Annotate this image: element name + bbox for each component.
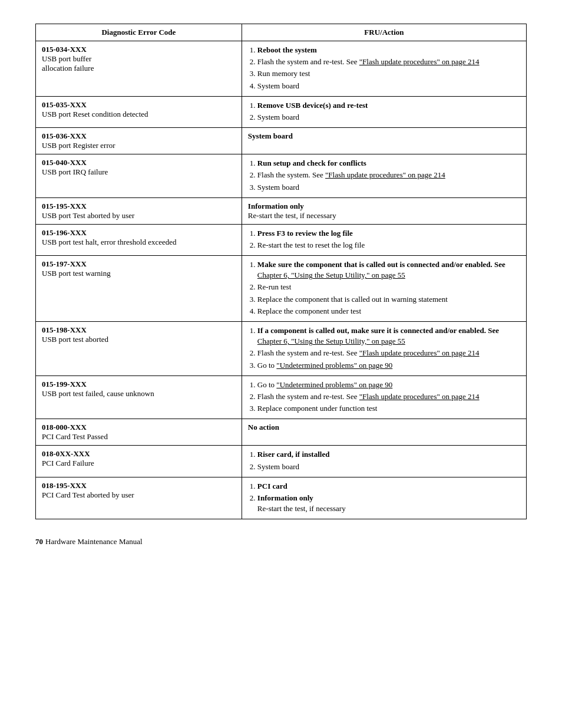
error-desc: USB port test failed, cause unknown <box>42 389 154 398</box>
fru-list-item: PCI card <box>257 481 520 492</box>
table-row: 015-036-XXXUSB port Register errorSystem… <box>36 128 527 154</box>
error-code: 015-040-XXX <box>42 158 87 167</box>
error-code: 015-034-XXX <box>42 45 87 54</box>
fru-item-bold: If a component is called out, make sure … <box>257 326 499 335</box>
fru-list: Run setup and check for conflictsFlash t… <box>257 158 520 193</box>
fru-link[interactable]: "Flash update procedures" on page 214 <box>325 170 445 179</box>
fru-link[interactable]: "Undetermined problems" on page 90 <box>276 361 392 370</box>
fru-item-text: System board <box>257 183 299 192</box>
fru-list-item: Re-start the test to reset the log file <box>257 240 520 251</box>
fru-list-item: Reboot the system <box>257 45 520 55</box>
error-code: 015-196-XXX <box>42 228 87 237</box>
error-desc: USB port buffer <box>42 54 91 63</box>
fru-cell: If a component is called out, make sure … <box>242 322 526 376</box>
table-row: 018-0XX-XXXPCI Card FailureRiser card, i… <box>36 446 527 477</box>
fru-list: If a component is called out, make sure … <box>257 325 520 371</box>
error-desc: PCI Card Test aborted by user <box>42 490 134 499</box>
col-header-fru: FRU/Action <box>242 24 526 41</box>
fru-list-item: System board <box>257 462 520 472</box>
fru-link[interactable]: "Undetermined problems" on page 90 <box>276 380 392 389</box>
error-code: 018-195-XXX <box>42 481 87 490</box>
fru-list-item: Replace the component that is called out… <box>257 294 520 305</box>
fru-cell: System board <box>242 128 526 154</box>
error-code: 015-199-XXX <box>42 380 87 388</box>
fru-item-text: Re-run test <box>257 282 291 291</box>
fru-list-item: Run setup and check for conflicts <box>257 158 520 169</box>
code-cell: 015-034-XXXUSB port bufferallocation fai… <box>36 41 242 97</box>
table-row: 015-198-XXXUSB port test abortedIf a com… <box>36 322 527 376</box>
fru-item-text: Replace the component under test <box>257 307 361 315</box>
fru-item-text: Go to <box>257 380 277 389</box>
code-cell: 018-195-XXXPCI Card Test aborted by user <box>36 477 242 519</box>
fru-list: Go to "Undetermined problems" on page 90… <box>257 380 520 414</box>
error-code: 015-198-XXX <box>42 325 87 334</box>
fru-list-item: Re-run test <box>257 282 520 292</box>
page-number: 70 <box>35 537 43 546</box>
fru-item-text: Go to <box>257 361 277 370</box>
fru-item-text: Re-start the test to reset the log file <box>257 241 365 249</box>
table-row: 015-040-XXXUSB port IRQ failureRun setup… <box>36 154 527 198</box>
fru-item-text: Replace the component that is called out… <box>257 295 448 304</box>
error-desc: USB port Reset condition detected <box>42 110 148 118</box>
footer: 70 Hardware Maintenance Manual <box>35 537 527 546</box>
fru-cell: Information onlyRe-start the test, if ne… <box>242 197 526 224</box>
code-cell: 018-000-XXXPCI Card Test Passed <box>36 419 242 446</box>
fru-item-bold: Press F3 to review the log file <box>257 229 353 238</box>
error-desc: USB port Register error <box>42 141 115 150</box>
fru-list-item: Flash the system and re-test. See "Flash… <box>257 348 520 358</box>
error-desc: USB port test aborted <box>42 335 108 344</box>
fru-item-text: Run memory test <box>257 69 310 78</box>
fru-text: Information only <box>248 202 304 210</box>
fru-cell: Go to "Undetermined problems" on page 90… <box>242 375 526 419</box>
fru-list-item: Flash the system and re-test. See "Flash… <box>257 57 520 67</box>
fru-item-bold: Remove USB device(s) and re-test <box>257 101 368 110</box>
error-desc: allocation failure <box>42 64 94 73</box>
fru-item-bold: Riser card, if installed <box>257 450 330 459</box>
fru-list: Make sure the component that is called o… <box>257 259 520 317</box>
fru-cell: PCI cardInformation onlyRe-start the tes… <box>242 477 526 519</box>
error-code: 018-0XX-XXX <box>42 449 90 458</box>
fru-item-text: System board <box>257 81 299 90</box>
fru-item-text: System board <box>257 113 299 121</box>
fru-link[interactable]: "Flash update procedures" on page 214 <box>359 57 480 66</box>
fru-item-text: Flash the system and re-test. See <box>257 348 359 357</box>
fru-item-bold: Information only <box>257 493 313 502</box>
fru-list-item: System board <box>257 81 520 91</box>
table-row: 015-195-XXXUSB port Test aborted by user… <box>36 197 527 224</box>
table-row: 018-195-XXXPCI Card Test aborted by user… <box>36 477 527 519</box>
fru-list-item: If a component is called out, make sure … <box>257 325 520 347</box>
fru-cell: Run setup and check for conflictsFlash t… <box>242 154 526 198</box>
fru-cell: Riser card, if installedSystem board <box>242 446 526 477</box>
fru-link[interactable]: "Flash update procedures" on page 214 <box>359 348 480 357</box>
code-cell: 015-035-XXXUSB port Reset condition dete… <box>36 96 242 127</box>
error-desc: USB port test warning <box>42 269 111 278</box>
fru-cell: Make sure the component that is called o… <box>242 256 526 322</box>
fru-list-item: Information onlyRe-start the test, if ne… <box>257 493 520 514</box>
error-code: 015-035-XXX <box>42 100 87 109</box>
fru-cell: No action <box>242 419 526 446</box>
table-row: 015-196-XXXUSB port test halt, error thr… <box>36 224 527 255</box>
error-desc: USB port IRQ failure <box>42 167 108 176</box>
footer-text: Hardware Maintenance Manual <box>45 537 143 546</box>
fru-list-item: Press F3 to review the log file <box>257 228 520 239</box>
table-row: 018-000-XXXPCI Card Test PassedNo action <box>36 419 527 446</box>
error-desc: PCI Card Failure <box>42 459 94 467</box>
col-header-code: Diagnostic Error Code <box>36 24 242 41</box>
fru-item-bold: Reboot the system <box>257 45 317 54</box>
code-cell: 015-198-XXXUSB port test aborted <box>36 322 242 376</box>
fru-list-item: Make sure the component that is called o… <box>257 259 520 281</box>
diagnostic-table: Diagnostic Error Code FRU/Action 015-034… <box>35 24 527 519</box>
fru-list-item: Flash the system and re-test. See "Flash… <box>257 391 520 402</box>
fru-list-item: System board <box>257 182 520 193</box>
fru-item-text: Flash the system. See <box>257 170 325 179</box>
fru-list-item: Run memory test <box>257 68 520 79</box>
fru-item-bold: Run setup and check for conflicts <box>257 159 366 167</box>
fru-list: Reboot the systemFlash the system and re… <box>257 45 520 91</box>
fru-list: Remove USB device(s) and re-testSystem b… <box>257 100 520 123</box>
fru-link[interactable]: Chapter 6, "Using the Setup Utility," on… <box>257 337 405 345</box>
fru-link[interactable]: "Flash update procedures" on page 214 <box>359 392 480 401</box>
error-code: 015-197-XXX <box>42 259 87 268</box>
fru-list-item: System board <box>257 112 520 123</box>
fru-item-bold: PCI card <box>257 482 287 490</box>
fru-link[interactable]: Chapter 6, "Using the Setup Utility," on… <box>257 271 405 279</box>
